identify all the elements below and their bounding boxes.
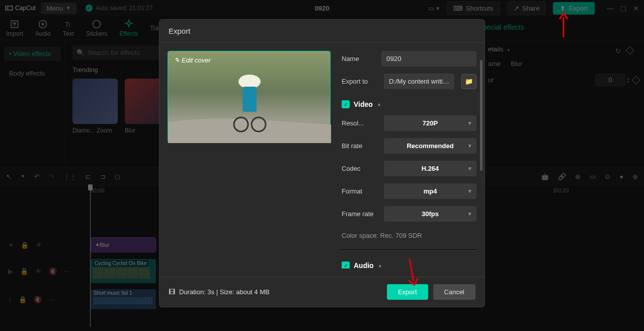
duration-text: Duration: 3s | Size: about 4 MB xyxy=(179,288,270,296)
annotation-arrow-bottom xyxy=(405,257,420,287)
color-space-text: Color space: Rec. 709 SDR xyxy=(342,232,476,239)
format-label: Format xyxy=(342,187,377,195)
cover-image-placeholder xyxy=(168,51,331,143)
export-form: Name Export to D:/My content writin... 📁… xyxy=(342,51,476,269)
bitrate-label: Bit rate xyxy=(342,142,377,150)
resolution-label: Resol... xyxy=(342,119,377,127)
browse-folder-button[interactable]: 📁 xyxy=(461,74,476,89)
cover-thumbnail[interactable]: ✎Edit cover xyxy=(168,51,331,143)
modal-title: Export xyxy=(159,20,485,43)
resolution-select[interactable]: 720P xyxy=(384,115,476,131)
cancel-button[interactable]: Cancel xyxy=(433,284,475,300)
framerate-label: Frame rate xyxy=(342,210,377,218)
chevron-up-icon: ▲ xyxy=(377,102,381,107)
export-path: D:/My content writin... xyxy=(384,74,454,89)
modal-footer: 🎞 Duration: 3s | Size: about 4 MB Export… xyxy=(159,277,485,307)
svg-rect-8 xyxy=(243,87,257,112)
folder-icon: 📁 xyxy=(465,78,473,85)
bitrate-select[interactable]: Recommended xyxy=(384,138,476,154)
annotation-arrow-top xyxy=(556,12,572,40)
video-checkbox[interactable]: ✓ xyxy=(342,100,350,108)
export-modal: Export ✎Edit cover Name Export to D:/My … xyxy=(159,19,485,307)
export-to-label: Export to xyxy=(342,78,377,85)
codec-select[interactable]: H.264 xyxy=(384,161,476,176)
video-section-label: Video xyxy=(354,100,373,108)
codec-label: Codec xyxy=(342,165,377,172)
format-select[interactable]: mp4 xyxy=(384,183,476,199)
audio-section-label: Audio xyxy=(354,261,374,269)
video-section-head[interactable]: ✓ Video ▲ xyxy=(342,100,476,108)
framerate-select[interactable]: 30fps xyxy=(384,206,476,222)
name-input[interactable] xyxy=(381,51,476,67)
name-label: Name xyxy=(342,55,374,62)
audio-checkbox[interactable]: ✓ xyxy=(342,261,350,269)
film-icon: 🎞 xyxy=(169,288,175,296)
svg-point-7 xyxy=(238,75,261,89)
chevron-up-icon: ▲ xyxy=(378,263,382,268)
